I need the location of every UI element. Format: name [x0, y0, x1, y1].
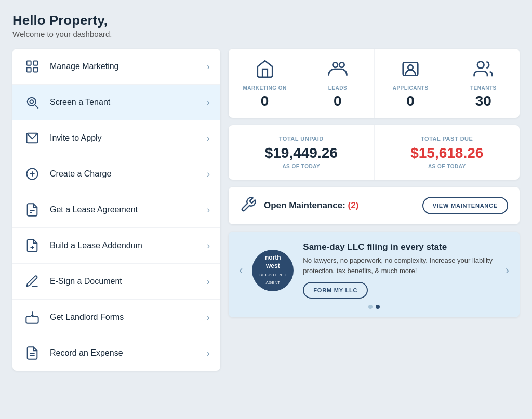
svg-point-22: [477, 62, 484, 69]
ad-next-arrow[interactable]: ›: [506, 264, 509, 277]
maintenance-icon: [240, 196, 257, 215]
stat-item-applicants: APPLICANTS 0: [375, 49, 447, 118]
right-panel: MARKETING ON 0 LEADS 0 APPLICANTS 0 TENA…: [229, 49, 520, 317]
view-maintenance-button[interactable]: VIEW MAINTENANCE: [422, 197, 508, 214]
lease-addendum-icon: [23, 236, 42, 255]
leads-stat-icon: [328, 59, 348, 81]
form-llc-button[interactable]: FORM MY LLC: [303, 282, 368, 299]
svg-rect-1: [33, 61, 37, 65]
ad-logo-text: north west REGISTERED AGENT: [252, 254, 294, 286]
menu-label-lease-agreement: Get a Lease Agreement: [50, 205, 207, 214]
svg-rect-0: [27, 61, 31, 65]
stat-label-tenants: TENANTS: [470, 85, 497, 91]
marketing-on-stat-icon: [255, 59, 275, 81]
svg-point-21: [408, 65, 413, 70]
menu-item-landlord-forms[interactable]: Get Landlord Forms ›: [12, 300, 220, 335]
svg-line-5: [35, 105, 38, 108]
chevron-right-icon: ›: [207, 97, 210, 108]
financial-sub-total-unpaid: AS OF TODAY: [282, 164, 320, 169]
menu-label-invite-apply: Invite to Apply: [50, 133, 207, 143]
menu-item-record-expense[interactable]: Record an Expense ›: [12, 335, 220, 371]
create-charge-icon: [23, 165, 42, 183]
chevron-right-icon: ›: [207, 348, 210, 359]
tenants-stat-icon: [473, 59, 493, 81]
menu-label-create-charge: Create a Charge: [50, 169, 207, 179]
menu-item-e-sign[interactable]: E-Sign a Document ›: [12, 264, 220, 300]
page-header: Hello Property, Welcome to your dashboar…: [12, 12, 520, 38]
screen-tenant-icon: [23, 93, 42, 112]
financial-sub-total-past-due: AS OF TODAY: [428, 164, 466, 169]
landlord-forms-icon: [23, 308, 42, 327]
maintenance-count: (2): [348, 200, 359, 210]
ad-title: Same-day LLC filing in every state: [303, 242, 496, 252]
financial-label-total-unpaid: TOTAL UNPAID: [279, 136, 324, 142]
menu-label-manage-marketing: Manage Marketing: [50, 62, 207, 71]
stat-item-tenants: TENANTS 30: [447, 49, 520, 118]
greeting-subtitle: Welcome to your dashboard.: [12, 30, 520, 38]
svg-point-6: [30, 100, 33, 103]
ad-dot-0[interactable]: [368, 305, 373, 309]
ad-card: ‹ north west REGISTERED AGENT Same-day L…: [229, 232, 520, 317]
stat-value-tenants: 30: [475, 93, 491, 110]
financial-amount-total-past-due: $15,618.26: [410, 145, 483, 161]
stats-card: MARKETING ON 0 LEADS 0 APPLICANTS 0 TENA…: [229, 49, 520, 118]
stat-label-applicants: APPLICANTS: [393, 85, 429, 91]
manage-marketing-icon: [23, 57, 42, 76]
chevron-right-icon: ›: [207, 276, 210, 287]
svg-rect-3: [33, 67, 37, 72]
chevron-right-icon: ›: [207, 169, 210, 180]
stat-value-applicants: 0: [406, 93, 415, 110]
ad-dot-1[interactable]: [376, 305, 380, 309]
ad-dots: [239, 305, 509, 309]
stat-value-marketing-on: 0: [261, 93, 269, 110]
menu-item-manage-marketing[interactable]: Manage Marketing ›: [12, 49, 220, 85]
svg-point-18: [332, 62, 338, 67]
applicants-stat-icon: [401, 59, 420, 81]
menu-item-create-charge[interactable]: Create a Charge ›: [12, 156, 220, 192]
stat-item-leads: LEADS 0: [301, 49, 374, 118]
ad-description: No lawyers, no paperwork, no complexity.…: [303, 255, 496, 276]
main-layout: Manage Marketing › Screen a Tenant › Inv…: [12, 49, 520, 371]
lease-agreement-icon: [23, 200, 42, 219]
ad-logo: north west REGISTERED AGENT: [252, 250, 294, 291]
record-expense-icon: [23, 344, 42, 362]
chevron-right-icon: ›: [207, 133, 210, 144]
chevron-right-icon: ›: [207, 312, 210, 323]
menu-item-lease-agreement[interactable]: Get a Lease Agreement ›: [12, 192, 220, 228]
stat-value-leads: 0: [334, 93, 342, 110]
maintenance-label: Open Maintenance: (2): [264, 200, 422, 211]
chevron-right-icon: ›: [207, 205, 210, 215]
menu-label-record-expense: Record an Expense: [50, 348, 207, 358]
maintenance-card: Open Maintenance: (2) VIEW MAINTENANCE: [229, 187, 520, 224]
svg-point-19: [339, 62, 344, 67]
menu-label-landlord-forms: Get Landlord Forms: [50, 313, 207, 322]
e-sign-icon: [23, 272, 42, 291]
menu-label-e-sign: E-Sign a Document: [50, 277, 207, 286]
stat-label-marketing-on: MARKETING ON: [243, 85, 286, 91]
menu-item-invite-apply[interactable]: Invite to Apply ›: [12, 120, 220, 156]
financial-label-total-past-due: TOTAL PAST DUE: [421, 136, 473, 142]
greeting-title: Hello Property,: [12, 12, 520, 29]
ad-prev-arrow[interactable]: ‹: [239, 264, 243, 277]
svg-rect-2: [27, 67, 31, 72]
financial-item-total-unpaid: TOTAL UNPAID $19,449.26 AS OF TODAY: [229, 125, 375, 180]
chevron-right-icon: ›: [207, 61, 210, 72]
menu-label-lease-addendum: Build a Lease Addendum: [50, 241, 207, 250]
ad-content: Same-day LLC filing in every state No la…: [303, 242, 496, 299]
invite-apply-icon: [23, 129, 42, 147]
menu-item-screen-tenant[interactable]: Screen a Tenant ›: [12, 85, 220, 120]
left-panel: Manage Marketing › Screen a Tenant › Inv…: [12, 49, 220, 371]
svg-point-4: [28, 98, 36, 106]
stat-item-marketing-on: MARKETING ON 0: [229, 49, 301, 118]
chevron-right-icon: ›: [207, 240, 210, 251]
ad-inner: ‹ north west REGISTERED AGENT Same-day L…: [239, 242, 509, 299]
financial-item-total-past-due: TOTAL PAST DUE $15,618.26 AS OF TODAY: [375, 125, 520, 180]
financial-amount-total-unpaid: $19,449.26: [265, 145, 338, 161]
menu-item-lease-addendum[interactable]: Build a Lease Addendum ›: [12, 228, 220, 264]
menu-label-screen-tenant: Screen a Tenant: [50, 98, 207, 107]
financial-card: TOTAL UNPAID $19,449.26 AS OF TODAY TOTA…: [229, 125, 520, 180]
stat-label-leads: LEADS: [328, 85, 347, 91]
